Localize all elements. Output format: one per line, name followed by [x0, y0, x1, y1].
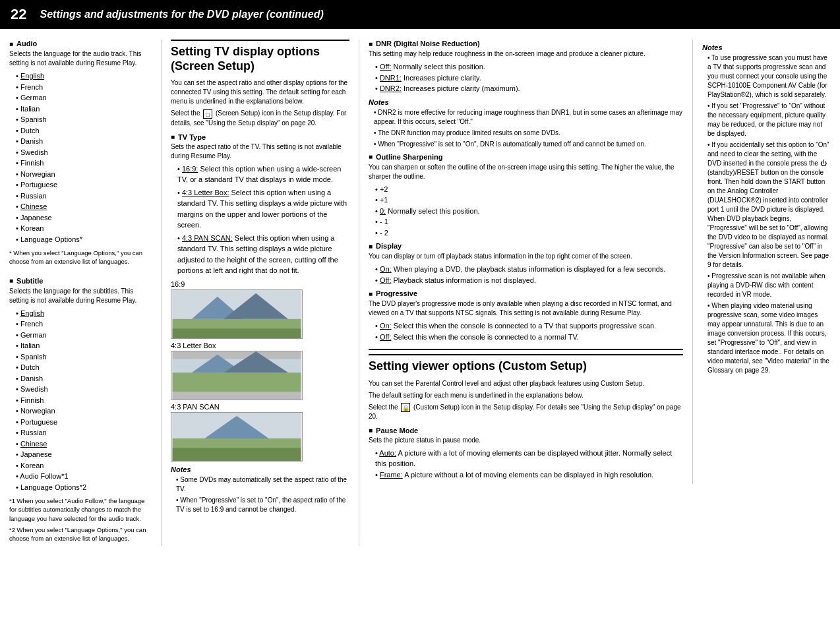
list-item: The DNR function may produce limited res… [374, 129, 683, 138]
center-notes: Notes Some DVDs may automatically set th… [171, 465, 349, 514]
subtitle-heading: Subtitle [9, 277, 152, 285]
list-item: When "Progressive" is set to "On", DNR i… [374, 140, 683, 149]
tv-label-letterbox: 4:3 Letter Box [171, 342, 349, 349]
list-item: DNR1: Increases picture clarity. [375, 73, 683, 84]
list-item: On: When playing a DVD, the playback sta… [375, 264, 683, 275]
outline-sharpening-intro: You can sharpen or soften the outline of… [369, 163, 683, 181]
display-section: Display You can display or turn off play… [369, 242, 683, 285]
list-item: German [16, 92, 152, 104]
right-notes-label: Notes [702, 44, 831, 51]
custom-setup-instruction: Select the 🔒 (Custom Setup) icon in the … [369, 403, 683, 421]
list-item: Audio Follow*1 [16, 471, 152, 482]
list-item: Finnish [16, 395, 152, 406]
list-item: To use progressive scan you must have a … [707, 53, 831, 100]
right-notes-column: Notes To use progressive scan you must h… [692, 40, 831, 484]
list-item: Russian [16, 427, 152, 438]
sub-english-link[interactable]: English [20, 309, 44, 317]
list-item: DNR2 is more effective for reducing imag… [374, 108, 683, 127]
list-item: Off: Normally select this position. [375, 61, 683, 73]
center-notes-list: Some DVDs may automatically set the aspe… [171, 475, 349, 514]
audio-intro: Selects the language for the audio track… [9, 49, 152, 68]
chinese-link[interactable]: Chinese [20, 202, 47, 210]
list-item: - 1 [375, 216, 683, 227]
list-item: Language Options* [16, 234, 152, 245]
svg-rect-15 [173, 448, 301, 460]
right-column-inner: DNR (Digital Noise Reduction) This setti… [369, 40, 831, 484]
list-item: 4:3 Letter Box: Select this option when … [177, 187, 349, 231]
list-item: Dutch [16, 362, 152, 373]
tv-label-panscan: 4:3 PAN SCAN [171, 403, 349, 411]
list-item: 0: Normally select this position. [375, 206, 683, 217]
list-item: Some DVDs may automatically set the aspe… [176, 475, 349, 494]
list-item: English [16, 71, 152, 82]
center-column: Setting TV display options (Screen Setup… [161, 40, 359, 546]
tv-type-options: 16:9: Select this option when using a wi… [171, 164, 349, 276]
dnr-section: DNR (Digital Noise Reduction) This setti… [369, 40, 683, 149]
list-item: Danish [16, 373, 152, 384]
tv-type-intro: Sets the aspect ratio of the TV. This se… [171, 142, 349, 161]
display-intro: You can display or turn off playback sta… [369, 252, 683, 261]
english-link[interactable]: English [20, 72, 44, 80]
tv-image-169 [171, 289, 303, 339]
list-item: Finnish [16, 158, 152, 169]
svg-rect-4 [173, 328, 301, 338]
list-item: On: Select this when the console is conn… [375, 320, 683, 332]
list-item: Danish [16, 136, 152, 147]
progressive-intro: The DVD player's progressive mode is onl… [369, 299, 683, 318]
list-item: Norwegian [16, 405, 152, 417]
list-item: +2 [375, 184, 683, 195]
list-item: Frame: A picture without a lot of moving… [375, 469, 683, 481]
main-content: Audio Selects the language for the audio… [0, 29, 840, 556]
list-item: Portuguese [16, 417, 152, 428]
svg-rect-7 [173, 392, 301, 400]
subtitle-footnote2: *2 When you select "Language Options," y… [9, 525, 152, 543]
svg-rect-9 [173, 373, 301, 392]
list-item: +1 [375, 195, 683, 206]
list-item: Korean [16, 460, 152, 471]
page-header: 22 Settings and adjustments for the DVD … [0, 0, 840, 29]
custom-setup-note: The default setting for each menu is und… [369, 391, 683, 400]
list-item: Chinese [16, 438, 152, 450]
list-item: Korean [16, 223, 152, 234]
pause-mode-heading: Pause Mode [369, 427, 683, 434]
left-column: Audio Selects the language for the audio… [9, 40, 161, 546]
list-item: DNR2: Increases picture clarity (maximum… [375, 83, 683, 94]
list-item: Japanese [16, 212, 152, 224]
right-main: DNR (Digital Noise Reduction) This setti… [369, 40, 692, 484]
pause-mode-intro: Sets the picture status in pause mode. [369, 436, 683, 445]
list-item: Off: Playback status information is not … [375, 275, 683, 286]
pause-mode-section: Pause Mode Sets the picture status in pa… [369, 427, 683, 481]
outline-sharpening-section: Outline Sharpening You can sharpen or so… [369, 153, 683, 239]
center-notes-label: Notes [171, 465, 349, 473]
dnr-notes-list: DNR2 is more effective for reducing imag… [369, 108, 683, 149]
list-item: Progressive scan is not available when p… [707, 272, 831, 299]
list-item: Japanese [16, 449, 152, 460]
dnr-heading: DNR (Digital Noise Reduction) [369, 40, 683, 47]
screen-setup-icon: □ [203, 109, 212, 119]
right-notes-list: To use progressive scan you must have a … [702, 53, 831, 375]
subtitle-section: Subtitle Selects the language for the su… [9, 277, 152, 543]
progressive-heading: Progressive [369, 289, 683, 297]
list-item: If you accidentally set this option to "… [707, 140, 831, 270]
list-item: When playing video material using progre… [707, 301, 831, 375]
list-item: Italian [16, 340, 152, 351]
list-item: Dutch [16, 125, 152, 136]
pause-mode-options: Auto: A picture with a lot of moving ele… [369, 448, 683, 481]
list-item: 16:9: Select this option when using a wi… [177, 164, 349, 185]
progressive-options: On: Select this when the console is conn… [369, 320, 683, 342]
display-options: On: When playing a DVD, the playback sta… [369, 264, 683, 285]
list-item: Language Options*2 [16, 482, 152, 493]
page-number: 22 [11, 6, 26, 23]
subtitle-intro: Selects the language for the subtitles. … [9, 287, 152, 305]
list-item: If you set "Progressive" to "On" without… [707, 102, 831, 138]
audio-heading: Audio [9, 40, 152, 47]
tv-image-panscan [171, 412, 303, 462]
list-item: Chinese [16, 201, 152, 212]
dnr-options: Off: Normally select this position. DNR1… [369, 61, 683, 94]
list-item: Auto: A picture with a lot of moving ele… [375, 448, 683, 469]
list-item: Off: Select this when the console is con… [375, 332, 683, 343]
sub-chinese-link[interactable]: Chinese [20, 440, 47, 448]
list-item: Swedish [16, 147, 152, 158]
outline-sharpening-options: +2 +1 0: Normally select this position. … [369, 184, 683, 239]
subtitle-footnote1: *1 When you select "Audio Follow," the l… [9, 496, 152, 523]
